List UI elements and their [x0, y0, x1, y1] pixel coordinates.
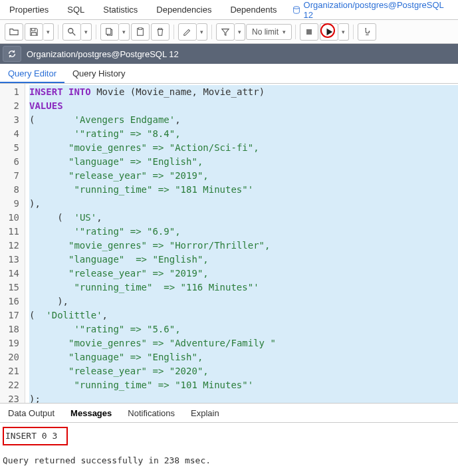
svg-point-1: [68, 28, 73, 33]
tab-query-tool[interactable]: Organization/postgres@PostgreSQL 12: [286, 0, 458, 24]
page-tabs: Properties SQL Statistics Dependencies D…: [0, 0, 458, 20]
svg-point-0: [293, 6, 299, 9]
line-gutter: 1234567891011121314151617181920212223: [0, 84, 25, 403]
svg-point-9: [369, 31, 370, 32]
tab-query-editor[interactable]: Query Editor: [0, 64, 64, 83]
output-tabs: Data Output Messages Notifications Expla…: [0, 403, 458, 423]
tab-sql[interactable]: SQL: [58, 1, 94, 19]
separator: [211, 25, 212, 39]
save-dropdown[interactable]: ▾: [43, 23, 54, 41]
filter-dropdown[interactable]: ▾: [235, 23, 245, 41]
separator: [353, 25, 354, 39]
svg-rect-6: [138, 27, 142, 29]
tab-explain[interactable]: Explain: [183, 404, 227, 422]
connection-bar: Organization/postgres@PostgreSQL 12: [0, 44, 458, 64]
tab-messages[interactable]: Messages: [62, 404, 120, 422]
stop-button[interactable]: [300, 23, 318, 41]
copy-button[interactable]: [100, 23, 119, 41]
explain-button[interactable]: [358, 23, 376, 41]
editor-tabs: Query Editor Query History: [0, 64, 458, 84]
tab-dependencies[interactable]: Dependencies: [147, 1, 221, 19]
tab-properties[interactable]: Properties: [0, 1, 58, 19]
connection-label: Organization/postgres@PostgreSQL 12: [27, 49, 179, 59]
execute-dropdown[interactable]: ▾: [338, 23, 349, 41]
copy-dropdown[interactable]: ▾: [119, 23, 130, 41]
limit-select[interactable]: No limit ▾: [246, 24, 292, 40]
find-button[interactable]: [62, 23, 81, 41]
find-dropdown[interactable]: ▾: [81, 23, 92, 41]
edit-button[interactable]: [178, 23, 197, 41]
svg-line-2: [72, 32, 75, 35]
sql-editor[interactable]: 1234567891011121314151617181920212223 IN…: [0, 84, 458, 403]
filter-button[interactable]: [216, 23, 235, 41]
tab-data-output[interactable]: Data Output: [0, 404, 62, 422]
separator: [58, 25, 58, 39]
tab-dependents[interactable]: Dependents: [221, 1, 286, 19]
limit-select-label: No limit: [252, 27, 279, 37]
separator: [96, 25, 96, 39]
chevron-down-icon: ▾: [283, 29, 286, 35]
svg-rect-7: [306, 29, 312, 35]
open-file-button[interactable]: [5, 23, 23, 41]
separator: [173, 25, 174, 39]
result-text: INSERT 0 3: [3, 427, 68, 445]
save-button[interactable]: [25, 23, 43, 41]
tab-statistics[interactable]: Statistics: [94, 1, 147, 19]
paste-button[interactable]: [131, 23, 150, 41]
separator: [295, 25, 296, 39]
tab-query-tool-label: Organization/postgres@PostgreSQL 12: [304, 0, 453, 20]
svg-point-8: [365, 27, 366, 29]
delete-button[interactable]: [151, 23, 170, 41]
execute-button[interactable]: [320, 23, 338, 41]
messages-pane: INSERT 0 3 Query returned successfully i…: [0, 423, 458, 472]
edit-dropdown[interactable]: ▾: [197, 23, 207, 41]
code-area[interactable]: INSERT INTO Movie (Movie_name, Movie_att…: [25, 84, 458, 403]
tab-notifications[interactable]: Notifications: [120, 404, 183, 422]
database-icon: [292, 5, 301, 15]
svg-rect-4: [106, 28, 111, 34]
tab-query-history[interactable]: Query History: [64, 64, 133, 83]
refresh-button[interactable]: [3, 46, 21, 62]
summary-text: Query returned successfully in 238 msec.: [3, 453, 455, 468]
